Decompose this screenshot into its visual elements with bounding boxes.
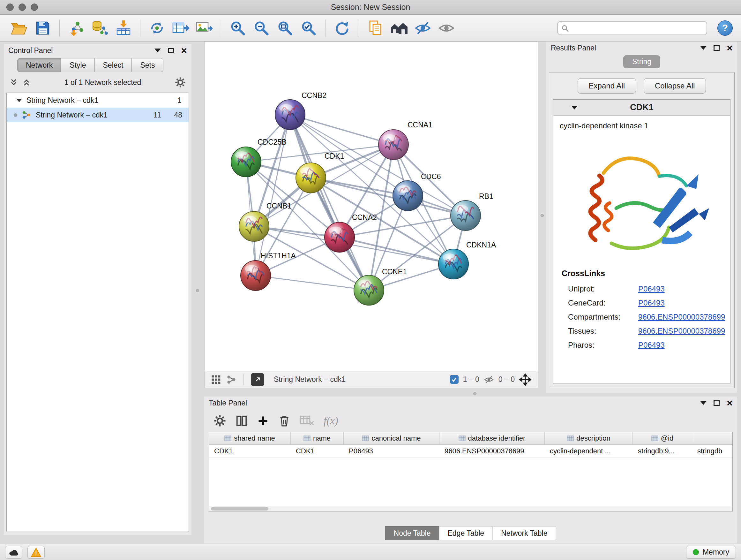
network-canvas[interactable]: CCNB2CCNA1CDC25BCDK1CDC6RB1CCNB1CCNA2CDK… xyxy=(205,42,538,371)
show-graphics-button[interactable] xyxy=(435,17,457,39)
gene-card-header[interactable]: CDK1 xyxy=(553,100,730,116)
memory-button[interactable]: Memory xyxy=(686,546,736,559)
close-panel-icon[interactable]: × xyxy=(181,45,187,56)
zoom-in-button[interactable] xyxy=(227,17,249,39)
crosslink-value-link[interactable]: 9606.ENSP00000378699 xyxy=(638,326,725,336)
import-network-database-button[interactable] xyxy=(89,17,111,39)
network-edge[interactable] xyxy=(369,196,408,290)
column-header[interactable]: description xyxy=(545,432,633,444)
table-cell[interactable]: cyclin-dependent ... xyxy=(545,445,633,457)
grid-view-icon[interactable] xyxy=(211,374,221,385)
network-row-selected[interactable]: String Network – cdk1 11 48 xyxy=(7,108,189,122)
pan-move-icon[interactable] xyxy=(519,374,531,386)
selected-checkbox-icon[interactable] xyxy=(450,375,459,384)
table-cell[interactable]: CDK1 xyxy=(291,445,344,457)
collapse-gene-icon[interactable] xyxy=(571,106,578,110)
table-cell[interactable]: stringdb:9... xyxy=(633,445,692,457)
tab-network[interactable]: Network xyxy=(17,58,61,72)
tab-select[interactable]: Select xyxy=(94,58,132,72)
horizontal-scrollbar[interactable] xyxy=(209,506,732,511)
crosslink-value-link[interactable]: P06493 xyxy=(638,298,665,308)
table-cell[interactable]: stringdb xyxy=(692,445,733,457)
column-header[interactable]: name xyxy=(291,432,344,444)
crosslink-value-link[interactable]: P06493 xyxy=(638,284,665,294)
tree-expand-icon[interactable] xyxy=(16,99,22,102)
save-session-button[interactable] xyxy=(32,17,54,39)
table-cell[interactable]: CDK1 xyxy=(209,445,291,457)
table-row[interactable]: CDK1 CDK1 P06493 9606.ENSP00000378699 cy… xyxy=(209,445,732,457)
float-panel-icon[interactable] xyxy=(168,48,174,53)
gear-icon[interactable] xyxy=(214,415,226,427)
network-node-CDKN1A[interactable]: CDKN1A xyxy=(439,241,496,279)
delete-column-icon[interactable] xyxy=(278,414,290,428)
tab-sets[interactable]: Sets xyxy=(131,58,163,72)
cybrowser-button[interactable] xyxy=(388,17,410,39)
crosslink-value-link[interactable]: 9606.ENSP00000378699 xyxy=(638,312,725,322)
help-button[interactable]: ? xyxy=(718,20,733,36)
network-node-HIST1H1A[interactable]: HIST1H1A xyxy=(241,252,296,291)
clipboard-button[interactable] xyxy=(365,17,387,39)
table-cell[interactable]: 9606.ENSP00000378699 xyxy=(440,445,545,457)
collapse-panel-icon[interactable] xyxy=(700,401,706,405)
splitter-handle[interactable] xyxy=(196,289,199,292)
zoom-window-button[interactable] xyxy=(30,3,38,11)
network-edge[interactable] xyxy=(256,275,369,290)
column-header[interactable]: database identifier xyxy=(440,432,545,444)
search-input[interactable] xyxy=(557,21,707,35)
tab-style[interactable]: Style xyxy=(61,58,94,72)
import-network-file-button[interactable] xyxy=(65,17,87,39)
select-columns-icon[interactable] xyxy=(235,415,248,427)
network-node-CCNB2[interactable]: CCNB2 xyxy=(275,91,327,130)
tab-string[interactable]: String xyxy=(623,55,660,68)
network-node-CCNB1[interactable]: CCNB1 xyxy=(239,202,291,241)
column-header[interactable]: @id xyxy=(633,432,692,444)
tab-node-table[interactable]: Node Table xyxy=(385,526,440,540)
tab-network-table[interactable]: Network Table xyxy=(492,526,556,540)
zoom-out-button[interactable] xyxy=(251,17,272,39)
table-cell[interactable]: P06493 xyxy=(344,445,440,457)
close-window-button[interactable] xyxy=(6,3,14,11)
refresh-network-button[interactable] xyxy=(331,17,353,39)
network-edge[interactable] xyxy=(311,178,466,215)
close-panel-icon[interactable]: × xyxy=(727,398,733,408)
new-network-button[interactable] xyxy=(146,17,168,39)
import-table-button[interactable] xyxy=(113,17,134,39)
export-table-button[interactable] xyxy=(170,17,192,39)
open-session-button[interactable] xyxy=(8,17,30,39)
share-view-icon[interactable] xyxy=(226,374,237,385)
collapse-panel-icon[interactable] xyxy=(700,46,706,50)
column-header[interactable]: shared name xyxy=(209,432,291,444)
collapse-all-icon[interactable] xyxy=(10,78,18,86)
collapse-panel-icon[interactable] xyxy=(154,49,161,52)
splitter-handle[interactable] xyxy=(473,392,476,395)
gear-icon[interactable] xyxy=(175,77,186,88)
network-node-RB1[interactable]: RB1 xyxy=(451,192,493,231)
hidden-eye-icon[interactable] xyxy=(484,375,494,384)
crosslink-value-link[interactable]: P06493 xyxy=(638,340,665,351)
export-image-button[interactable] xyxy=(193,17,215,39)
float-panel-icon[interactable] xyxy=(714,400,720,406)
column-header[interactable]: namespace xyxy=(692,432,733,444)
collapse-all-button[interactable]: Collapse All xyxy=(644,78,706,94)
close-panel-icon[interactable]: × xyxy=(727,43,733,53)
warning-button[interactable]: ! xyxy=(27,546,45,559)
scrollbar-thumb[interactable] xyxy=(211,507,268,510)
network-edge[interactable] xyxy=(290,115,394,145)
network-collection-row[interactable]: String Network – cdk1 1 xyxy=(7,93,189,108)
network-node-CCNA1[interactable]: CCNA1 xyxy=(379,121,432,160)
add-column-icon[interactable] xyxy=(257,415,269,427)
column-header[interactable]: canonical name xyxy=(344,432,440,444)
network-edge[interactable] xyxy=(340,237,454,264)
network-node-CDK1[interactable]: CDK1 xyxy=(296,152,344,193)
splitter-handle[interactable] xyxy=(541,214,544,217)
network-edge[interactable] xyxy=(290,115,369,290)
minimize-window-button[interactable] xyxy=(18,3,26,11)
cloud-button[interactable] xyxy=(5,546,22,559)
zoom-fit-button[interactable] xyxy=(274,17,296,39)
float-panel-icon[interactable] xyxy=(714,45,720,51)
tab-edge-table[interactable]: Edge Table xyxy=(439,526,493,540)
hide-graphics-button[interactable] xyxy=(412,17,434,39)
export-view-button[interactable] xyxy=(251,373,264,386)
expand-all-button[interactable]: Expand All xyxy=(578,78,636,94)
expand-all-icon[interactable] xyxy=(22,78,30,86)
